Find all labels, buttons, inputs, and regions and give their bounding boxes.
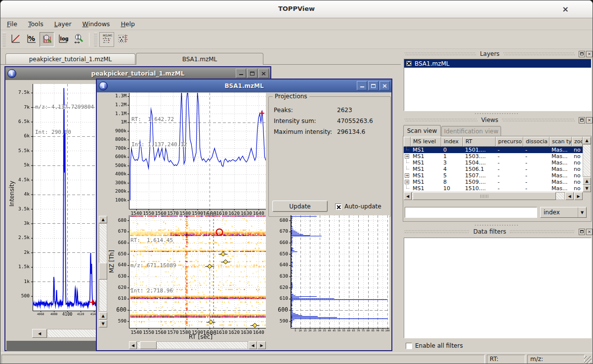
zoom-1d-button[interactable] [71,32,86,47]
scroll-down-icon[interactable]: ▼ [99,320,107,327]
main-titlebar[interactable]: TOPPView × [0,0,593,18]
minimize-button[interactable] [357,81,367,90]
cell: no [572,185,583,192]
column-header-ms-level[interactable]: MS level [411,137,441,147]
minimize-button[interactable] [236,69,246,78]
scan-filter-input[interactable] [405,207,537,218]
layer-item[interactable]: BSA1.mzML [404,59,591,68]
panel-splitter[interactable] [402,113,593,115]
toolbar-handle[interactable] [2,33,6,46]
menu-item-help[interactable]: Help [115,19,140,29]
scroll-up-icon[interactable]: ▲ [583,137,591,144]
scroll-up-icon[interactable]: ▲ [99,312,107,320]
cell: Mas... [550,160,572,166]
show-msms-button[interactable]: MS/MS [99,32,114,47]
cell: Mas... [550,147,572,153]
close-panel-icon[interactable]: × [586,117,593,123]
table-row[interactable]: +MS111503....--Mas...no [404,153,583,160]
expand-icon[interactable]: + [404,172,411,179]
column-header-dissocia[interactable]: dissocia [523,137,550,147]
tab-peakpicker_tutorial_1-mzml[interactable]: peakpicker_tutorial_1.mzML [5,53,135,65]
scroll-left-icon[interactable]: ◀ [404,192,412,200]
layers-list[interactable]: BSA1.mzML [404,59,592,111]
table-row[interactable]: +MS151507....--Mas...no [404,172,583,179]
panel-splitter[interactable] [402,224,593,227]
bsa1-titlebar[interactable]: T BSA1.mzML × [97,80,391,92]
show-2d-dots-button[interactable] [115,32,130,47]
cell: MS1 [411,172,441,179]
enable-all-filters-label: Enable all filters [415,342,463,349]
toolbar-separator [89,33,89,46]
expand-icon[interactable]: + [404,179,411,185]
scan-table-h-scrollbar[interactable]: ◀ ◀ ▶ [404,192,583,200]
zoom-mode-button[interactable] [40,32,54,47]
app-close-icon[interactable]: × [562,4,569,14]
views-panel-header[interactable]: Views × [402,116,593,124]
scroll-up-icon[interactable]: ▲ [583,177,591,185]
table-row[interactable]: MS101501....--Mas...no [404,147,583,153]
table-row[interactable]: +MS181509....--Mas...no [404,179,583,185]
enable-all-filters-checkbox[interactable]: Enable all filters [406,342,463,349]
heatmap-v-scrollbar[interactable]: ▲ ▲ ▼ [99,216,107,327]
scroll-left-icon[interactable]: ◀ [565,192,574,200]
menu-item-windows[interactable]: Windows [77,19,116,29]
scroll-right-icon[interactable]: ▶ [574,192,583,200]
tab-bsa1-mzml[interactable]: BSA1.mzML [136,53,263,65]
show-2d-dots-icon [117,33,128,46]
scan-table[interactable]: MS levelindexRTprecursodissociascan typz… [404,137,583,192]
scroll-left-icon[interactable]: ◀ [32,329,47,338]
menu-item-file[interactable]: File [1,19,23,29]
menu-item-layer[interactable]: Layer [49,19,77,29]
scan-table-v-scrollbar[interactable]: ▲ ▲ ▼ [583,137,591,192]
scroll-left-icon[interactable]: ◀ [249,341,257,349]
scroll-down-icon[interactable]: ▼ [583,185,591,192]
spectrum-cursor-info: m/z: 4,137.7299804 Int: 290.00 [35,86,94,153]
scroll-right-icon[interactable]: ▶ [257,341,266,349]
data-filters-list[interactable] [404,238,592,338]
column-header-scan-typ[interactable]: scan typ [550,137,572,147]
layers-panel-header[interactable]: Layers × [402,50,593,58]
scroll-up-icon[interactable]: ▲ [99,216,107,223]
tab-identification-view[interactable]: Identification view [441,126,501,136]
maximize-button[interactable] [368,81,379,90]
column-header-index[interactable]: index [441,137,463,147]
close-button[interactable]: × [380,81,390,90]
chevron-down-icon[interactable]: ▼ [578,207,586,217]
close-button[interactable]: × [258,69,269,78]
column-header-rt[interactable]: RT [463,137,496,147]
tab-scan-view[interactable]: Scan view [403,125,441,136]
table-row[interactable]: MS141506.1--Mas...no [404,166,583,172]
mz-projection-plot[interactable] [267,214,391,336]
float-panel-icon[interactable] [579,117,585,123]
scroll-left-icon[interactable]: ◀ [129,341,137,349]
auto-update-checkbox[interactable]: Auto-update [335,203,381,210]
table-row[interactable]: MS131504....--Mas...no [404,160,583,166]
data-filters-panel-header[interactable]: Data filters × [402,228,593,236]
table-row[interactable]: MS1101510....--Mas...no [404,185,583,192]
scan-filter-combobox[interactable]: index ▼ [540,207,587,218]
heatmap-h-scrollbar[interactable]: ◀ ◀ ▶ [129,341,266,349]
peaks-label: Peaks: [274,105,337,116]
cell: - [523,153,550,160]
maximize-button[interactable] [247,69,257,78]
resize-grip[interactable] [584,356,592,364]
intensity-mode-linear-button[interactable] [8,32,23,47]
layer-visibility-checkbox[interactable] [406,61,412,66]
show-msms-icon: MS/MS [101,33,112,46]
plus-icon[interactable]: + [405,154,409,159]
intensity-mode-percentage-button[interactable]: % [24,32,39,47]
plus-icon[interactable]: + [405,180,409,184]
menu-item-tools[interactable]: Tools [23,19,49,29]
float-panel-icon[interactable] [579,229,585,235]
expand-icon[interactable]: + [404,153,411,160]
window-bsa1[interactable]: T BSA1.mzML × RT: 1,642.72 Int: 1,137,24… [96,79,392,351]
intensity-mode-log-button[interactable]: log [55,32,70,47]
close-panel-icon[interactable]: × [586,51,593,57]
plus-icon[interactable]: + [405,173,409,178]
column-header-precurso[interactable]: precurso [496,137,523,147]
column-header-zoom[interactable]: zoom [572,137,583,147]
close-panel-icon[interactable]: × [586,229,593,235]
toolbar-handle[interactable] [94,33,97,46]
update-button[interactable]: Update [272,201,328,212]
float-panel-icon[interactable] [579,51,585,57]
